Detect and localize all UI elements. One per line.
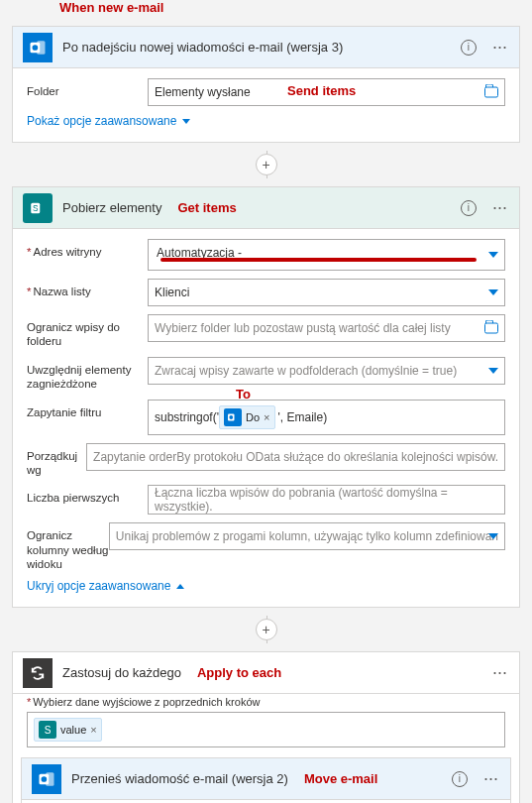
sharepoint-icon: S bbox=[23, 193, 53, 223]
loop-icon bbox=[23, 658, 53, 688]
ellipsis-icon[interactable]: ··· bbox=[480, 197, 519, 218]
svg-text:S: S bbox=[33, 204, 39, 213]
annotation-get-items: Get items bbox=[177, 200, 236, 215]
token-to[interactable]: Do × bbox=[219, 405, 275, 429]
getitems-title: Pobierz elementy bbox=[62, 200, 161, 215]
outlook-token-icon bbox=[224, 408, 242, 426]
trigger-title: Po nadejściu nowej wiadomości e-mail (we… bbox=[62, 40, 461, 55]
card-apply: Zastosuj do każdego Apply to each ··· Wy… bbox=[12, 651, 520, 803]
apply-header[interactable]: Zastosuj do każdego Apply to each ··· bbox=[13, 652, 519, 694]
move-title-wrap: Przenieś wiadomość e-mail (wersja 2) Mov… bbox=[71, 771, 452, 786]
chevron-down-icon[interactable] bbox=[488, 252, 498, 258]
svg-point-9 bbox=[42, 776, 48, 782]
filter-prefix: substringof(' bbox=[155, 410, 219, 424]
nested-field[interactable]: Zwracaj wpisy zawarte w podfolderach (do… bbox=[148, 357, 505, 385]
info-icon[interactable]: i bbox=[461, 200, 477, 216]
show-advanced-text: Pokaż opcje zaawansowane bbox=[27, 114, 176, 128]
svg-rect-1 bbox=[37, 41, 45, 55]
info-icon[interactable]: i bbox=[452, 771, 468, 787]
ellipsis-icon[interactable]: ··· bbox=[480, 37, 519, 57]
insert-step-2[interactable]: + bbox=[0, 616, 532, 643]
sharepoint-token-icon: S bbox=[39, 721, 56, 739]
folder-field[interactable]: Elementy wysłane Send items bbox=[148, 78, 505, 106]
outlook-icon bbox=[23, 33, 53, 62]
move-title: Przenieś wiadomość e-mail (wersja 2) bbox=[71, 771, 288, 786]
nested-ph: Zwracaj wpisy zawarte w podfolderach (do… bbox=[155, 364, 457, 378]
nested-label: Uwzględnij elementy zagnieżdżone bbox=[27, 357, 148, 392]
chevron-up-icon bbox=[176, 584, 184, 589]
ellipsis-icon[interactable]: ··· bbox=[480, 662, 519, 683]
ellipsis-icon[interactable]: ··· bbox=[472, 768, 510, 789]
insert-step-1[interactable]: + bbox=[0, 151, 532, 178]
annotation-move-email: Move e-mail bbox=[304, 771, 377, 786]
getitems-header[interactable]: S Pobierz elementy Get items i ··· bbox=[13, 187, 519, 229]
folder-value: Elementy wysłane bbox=[155, 85, 251, 99]
plus-icon: + bbox=[256, 619, 277, 640]
token-value-label: value bbox=[60, 724, 86, 736]
svg-point-6 bbox=[229, 415, 233, 419]
show-advanced-link[interactable]: Pokaż opcje zaawansowane bbox=[27, 114, 505, 128]
folder-picker-icon[interactable] bbox=[484, 323, 498, 334]
folder-picker-icon[interactable] bbox=[484, 87, 498, 98]
token-to-label: Do bbox=[246, 411, 260, 423]
move-header[interactable]: Przenieś wiadomość e-mail (wersja 2) Mov… bbox=[22, 758, 510, 800]
annotation-apply-to-each: Apply to each bbox=[197, 665, 281, 680]
select-output-label: Wybierz dane wyjściowe z poprzednich kro… bbox=[27, 696, 260, 708]
card-trigger: Po nadejściu nowej wiadomości e-mail (we… bbox=[12, 26, 520, 143]
filter-label: Zapytanie filtru bbox=[27, 400, 148, 419]
chevron-down-icon[interactable] bbox=[488, 289, 498, 295]
orderby-ph: Zapytanie orderBy protokołu OData służąc… bbox=[93, 450, 498, 464]
card-move: Przenieś wiadomość e-mail (wersja 2) Mov… bbox=[21, 757, 511, 803]
hide-advanced-link[interactable]: Ukryj opcje zaawansowane bbox=[27, 579, 505, 593]
view-field[interactable]: Unikaj problemów z progami kolumn, używa… bbox=[109, 522, 505, 550]
apply-title: Zastosuj do każdego bbox=[62, 665, 181, 680]
info-icon[interactable]: i bbox=[461, 40, 477, 56]
list-field[interactable]: Klienci bbox=[148, 279, 505, 306]
view-ph: Unikaj problemów z progami kolumn, używa… bbox=[116, 529, 498, 543]
hide-advanced-text: Ukryj opcje zaawansowane bbox=[27, 579, 170, 593]
site-field[interactable]: Automatyzacja - bbox=[148, 239, 505, 271]
redaction-bar bbox=[160, 258, 477, 262]
token-value[interactable]: S value × bbox=[34, 718, 102, 742]
annotation-send-items: Send items bbox=[287, 83, 356, 98]
limitfolder-label: Ogranicz wpisy do folderu bbox=[27, 314, 148, 349]
plus-icon: + bbox=[256, 154, 277, 175]
folder-label: Folder bbox=[27, 78, 148, 98]
top-label: Liczba pierwszych bbox=[27, 485, 148, 505]
filter-field[interactable]: substringof(' Do × ', Emaile) To bbox=[148, 400, 505, 435]
card-getitems: S Pobierz elementy Get items i ··· Adres… bbox=[12, 186, 520, 608]
chevron-down-icon[interactable] bbox=[488, 533, 498, 539]
filter-suffix: ', Emaile) bbox=[278, 410, 328, 424]
chevron-down-icon bbox=[182, 119, 190, 124]
top-ph: Łączna liczba wpisów do pobrania (wartoś… bbox=[155, 486, 498, 514]
svg-rect-8 bbox=[46, 772, 53, 786]
token-remove-icon[interactable]: × bbox=[90, 724, 96, 736]
select-output-field[interactable]: S value × bbox=[27, 712, 505, 747]
token-remove-icon[interactable]: × bbox=[264, 411, 269, 423]
outlook-icon bbox=[32, 764, 61, 794]
trigger-header[interactable]: Po nadejściu nowej wiadomości e-mail (we… bbox=[13, 27, 519, 68]
limitfolder-field[interactable]: Wybierz folder lub pozostaw pustą wartoś… bbox=[148, 314, 505, 342]
view-label: Ogranicz kolumny według widoku bbox=[27, 522, 109, 571]
apply-title-wrap: Zastosuj do każdego Apply to each bbox=[62, 665, 480, 680]
orderby-field[interactable]: Zapytanie orderBy protokołu OData służąc… bbox=[86, 443, 505, 471]
annotation-when-new-email: When new e-mail bbox=[59, 0, 163, 15]
orderby-label: Porządkuj wg bbox=[27, 443, 86, 478]
svg-point-2 bbox=[33, 45, 39, 51]
site-label: Adres witryny bbox=[27, 239, 148, 259]
chevron-down-icon[interactable] bbox=[488, 368, 498, 374]
list-label: Nazwa listy bbox=[27, 279, 148, 298]
top-field[interactable]: Łączna liczba wpisów do pobrania (wartoś… bbox=[148, 485, 505, 515]
getitems-title-wrap: Pobierz elementy Get items bbox=[62, 200, 461, 215]
limitfolder-ph: Wybierz folder lub pozostaw pustą wartoś… bbox=[155, 321, 451, 335]
list-value: Klienci bbox=[155, 286, 189, 299]
